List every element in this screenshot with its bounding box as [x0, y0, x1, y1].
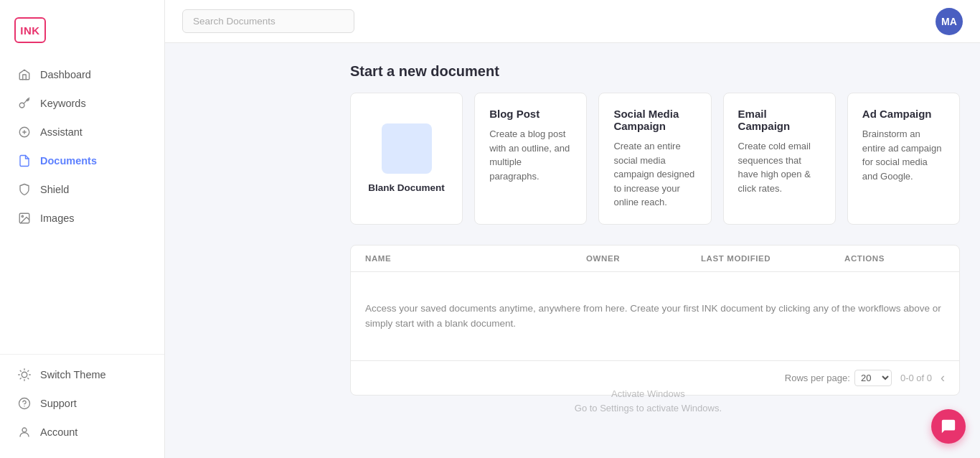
home-icon: [17, 67, 32, 82]
sidebar-item-images-label: Images: [40, 212, 75, 224]
sidebar-item-shield-label: Shield: [40, 184, 69, 195]
svg-point-4: [22, 372, 27, 378]
svg-line-11: [20, 378, 21, 379]
ad-campaign-desc: Brainstorm an entire ad campaign for soc…: [862, 127, 945, 183]
main-content: Start a new document Blank Document Blog…: [330, 43, 980, 458]
sidebar-item-assistant-label: Assistant: [40, 126, 83, 138]
svg-point-15: [22, 428, 27, 432]
rows-label: Rows per page:: [785, 373, 850, 383]
card-blog-post[interactable]: Blog Post Create a blog post with an out…: [474, 93, 587, 225]
rows-per-page: Rows per page: 20 50 100: [785, 370, 892, 386]
pagination-info: 0-0 of 0: [900, 373, 932, 383]
card-blank-document[interactable]: Blank Document: [350, 93, 463, 225]
sidebar: INK Dashboard Keywords Assistant: [0, 0, 165, 458]
card-ad-campaign[interactable]: Ad Campaign Brainstorm an entire ad camp…: [847, 93, 960, 225]
email-campaign-desc: Create cold email sequences that have hi…: [738, 139, 821, 195]
social-media-desc: Create an entire social media campaign d…: [613, 139, 696, 210]
social-media-title: Social Media Campaign: [613, 108, 696, 132]
documents-table: NAME OWNER LAST MODIFIED ACTIONS Access …: [350, 245, 960, 396]
sidebar-item-switch-theme[interactable]: Switch Theme: [0, 360, 164, 389]
pagination-prev-icon[interactable]: ‹: [941, 370, 945, 385]
images-icon: [17, 211, 32, 225]
support-label: Support: [40, 398, 77, 409]
assistant-icon: [17, 125, 32, 139]
svg-point-13: [19, 398, 30, 409]
sidebar-item-documents-label: Documents: [40, 155, 97, 167]
svg-line-7: [20, 370, 21, 371]
search-input[interactable]: [182, 9, 354, 33]
card-email-campaign[interactable]: Email Campaign Create cold email sequenc…: [723, 93, 836, 225]
ad-campaign-title: Ad Campaign: [862, 108, 945, 120]
topbar: MA: [165, 0, 980, 43]
col-last-modified: LAST MODIFIED: [701, 254, 844, 263]
svg-line-12: [28, 370, 29, 371]
sidebar-item-support[interactable]: Support: [0, 389, 164, 418]
sidebar-item-account[interactable]: Account: [0, 418, 164, 447]
col-actions: ACTIONS: [844, 254, 945, 263]
sidebar-item-images[interactable]: Images: [0, 204, 164, 233]
app-logo[interactable]: INK: [14, 17, 46, 43]
sidebar-item-dashboard-label: Dashboard: [40, 69, 91, 80]
blank-document-label: Blank Document: [368, 182, 445, 193]
theme-icon: [17, 368, 32, 382]
page-title: Start a new document: [350, 63, 960, 80]
chat-fab-button[interactable]: [931, 409, 966, 444]
shield-icon: [17, 182, 32, 197]
sidebar-item-documents[interactable]: Documents: [0, 146, 164, 175]
avatar[interactable]: MA: [936, 8, 963, 35]
table-empty-message: Access your saved documents anytime, any…: [351, 272, 959, 360]
support-icon: [17, 396, 32, 411]
cards-row: Blank Document Blog Post Create a blog p…: [350, 93, 960, 225]
docs-icon: [17, 154, 32, 168]
svg-point-3: [22, 215, 23, 217]
account-icon: [17, 425, 32, 439]
col-owner: OWNER: [586, 254, 701, 263]
key-icon: [17, 96, 32, 111]
svg-line-8: [28, 378, 29, 379]
card-social-media[interactable]: Social Media Campaign Create an entire s…: [598, 93, 711, 225]
blank-document-thumb: [382, 123, 432, 174]
table-header: NAME OWNER LAST MODIFIED ACTIONS: [351, 246, 959, 272]
sidebar-item-dashboard[interactable]: Dashboard: [0, 60, 164, 89]
sidebar-item-keywords-label: Keywords: [40, 98, 86, 109]
sidebar-item-keywords[interactable]: Keywords: [0, 89, 164, 118]
rows-select-input[interactable]: 20 50 100: [854, 370, 892, 386]
logo-area: INK: [0, 11, 164, 60]
email-campaign-title: Email Campaign: [738, 108, 821, 132]
account-label: Account: [40, 426, 77, 438]
col-name: NAME: [365, 254, 586, 263]
sidebar-item-shield[interactable]: Shield: [0, 175, 164, 204]
blog-post-title: Blog Post: [489, 108, 572, 120]
table-footer: Rows per page: 20 50 100 0-0 of 0 ‹: [351, 360, 959, 395]
sidebar-bottom: Switch Theme Support Account: [0, 354, 164, 447]
svg-point-0: [19, 103, 24, 108]
switch-theme-label: Switch Theme: [40, 369, 106, 380]
blog-post-desc: Create a blog post with an outline, and …: [489, 127, 572, 183]
sidebar-item-assistant[interactable]: Assistant: [0, 118, 164, 146]
